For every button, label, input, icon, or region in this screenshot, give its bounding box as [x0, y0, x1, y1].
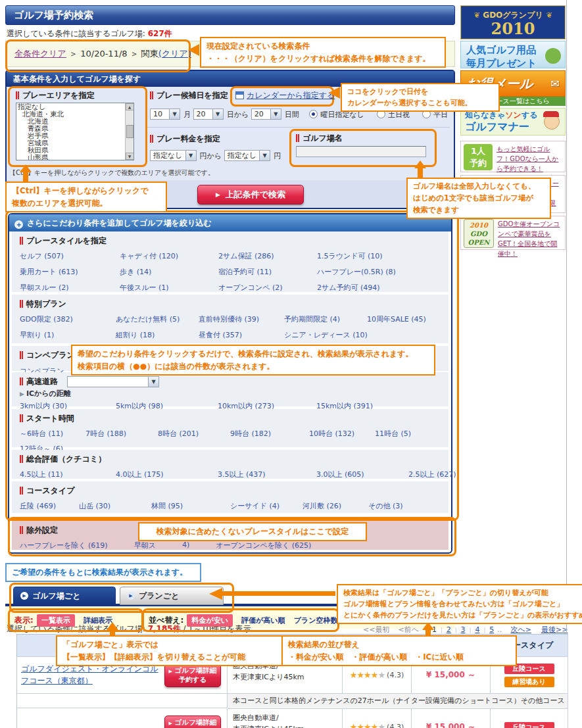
area-listbox[interactable]: 指定なし北海道・東北北海道青森県岩手県宮城県秋田県山形県 ▲ ▼ [16, 103, 134, 160]
play-icon: ▶ [169, 669, 172, 674]
condition-link[interactable]: 予約期間限定 (4) [284, 314, 367, 324]
course-type-tag: 練習場あり [504, 677, 554, 687]
calendar-link[interactable]: カレンダーから指定する [235, 90, 335, 101]
chevron-down-icon[interactable]: ▼ [270, 109, 281, 119]
condition-link[interactable]: 組割り (18) [116, 330, 199, 340]
condition-link[interactable]: 8時台 (201) [158, 429, 230, 439]
course-name-link[interactable]: ゴルフダイジェスト・オンラインゴルフコース（東京都） [21, 664, 164, 687]
condition-link[interactable]: 7時台 (188) [85, 429, 158, 439]
pagination-page-link[interactable]: 3 [451, 625, 466, 634]
banner-gdo-open[interactable]: 2010 GDO OPEN GDO主催オープンコンペで豪華賞品をGET！全国各地… [460, 216, 566, 250]
pagination-prev: <前へ [399, 625, 419, 634]
condition-link[interactable]: 昼食付 (357) [199, 330, 284, 340]
play-icon: ▶ [216, 191, 220, 198]
listbox-scrollbar[interactable]: ▲ ▼ [125, 103, 133, 160]
condition-link[interactable]: セルフ (507) [20, 251, 120, 261]
pagination-page-link[interactable]: 5 [479, 625, 494, 634]
highway-label: 高速道路 ▼ [20, 376, 441, 387]
banner-monthly-present[interactable]: 人気ゴルフ用品 毎月プレゼント [460, 41, 566, 68]
condition-link[interactable]: GDO限定 (382) [20, 314, 116, 324]
sort-rating-option[interactable]: 評価が高い順 [241, 616, 285, 625]
banner-golf-manner[interactable]: 知らなきゃソンする ゴルフマナー [460, 108, 566, 135]
condition-link[interactable]: 乗用カート (613) [20, 267, 120, 277]
tab-by-course[interactable]: ▶ゴルフ場ごと [13, 587, 116, 605]
course-type-label: コースタイプ [20, 485, 441, 497]
condition-link[interactable]: 河川敷 (26) [303, 501, 368, 511]
tab-by-plan[interactable]: ▶プランごと [120, 587, 224, 605]
fee-from-select[interactable]: 指定なし▼ [150, 150, 197, 161]
pagination-next[interactable]: 次へ> [510, 625, 531, 634]
chevron-down-icon[interactable]: ▼ [148, 377, 158, 387]
solo-link-text[interactable]: もっと気軽にゴルフ！GDOなら一人から予約できる！ [497, 144, 562, 174]
condition-link[interactable]: 直前特別優待 (39) [199, 314, 284, 324]
condition-link[interactable]: ハーフプレー(0.5R) (8) [317, 267, 441, 277]
condition-link[interactable]: 早割り (1) [20, 330, 116, 340]
condition-link[interactable]: オープンコンペを除く (625) [216, 541, 311, 550]
banner-gdo-grandprix[interactable]: ❦ GDOグランプリ ❦ 2010 [460, 5, 566, 39]
condition-link[interactable]: 林間 (95) [151, 501, 230, 511]
condition-link[interactable]: 3.0以上 (605) [316, 470, 408, 479]
condition-link[interactable]: 2サム保証 (286) [218, 251, 317, 261]
clear-all-conditions-link[interactable]: 全条件クリア [14, 49, 66, 59]
condition-link[interactable]: キャディ付 (120) [120, 251, 218, 261]
course-detail-reserve-button[interactable]: ▶ ゴルフ場詳細 予約する [164, 664, 221, 687]
pagination-page-link[interactable]: 2 [437, 625, 451, 634]
condition-link[interactable]: オープンコンペ (2) [218, 283, 317, 293]
condition-link[interactable]: 2サム予約可 (494) [317, 283, 441, 293]
condition-link[interactable]: シニア・レディース (10) [284, 330, 367, 340]
table-note-row: 本コースと同じ本格的メンテナンスの27ホール（ナイター設備完備のショートコース）… [17, 694, 568, 709]
area-option[interactable]: 山形県 [16, 154, 133, 160]
chevron-down-icon[interactable]: ▼ [169, 109, 180, 119]
display-switch: 表示: 一覧表示 詳細表示 [14, 613, 112, 627]
label-tick-icon [20, 237, 21, 245]
condition-link[interactable]: 歩き (14) [120, 267, 218, 277]
condition-link[interactable]: ハーフプレーを除く (619) [20, 541, 108, 550]
condition-link[interactable]: 2.5以上 (627) [408, 470, 456, 479]
highway-select[interactable]: ▼ [67, 376, 159, 387]
sort-price-option[interactable]: 料金が安い [187, 614, 233, 627]
scrollbar-thumb[interactable] [126, 125, 133, 138]
condition-link[interactable]: 4.0以上 (175) [116, 470, 218, 479]
condition-link[interactable]: 1.5ラウンド可 (10) [317, 251, 441, 261]
condition-link[interactable]: 3.5以上 (437) [218, 470, 316, 479]
chevron-down-icon[interactable]: ▼ [259, 151, 270, 160]
condition-link[interactable]: 丘陵 (469) [20, 501, 79, 511]
clear-region-link[interactable]: (クリア) [158, 49, 191, 59]
top-result-count-label: 選択している条件に該当するゴルフ場: [7, 29, 145, 38]
condition-link[interactable]: ～6時台 (11) [20, 429, 85, 439]
scroll-down-icon[interactable]: ▼ [126, 153, 134, 160]
condition-link[interactable]: 宿泊予約可 (11) [218, 267, 317, 277]
banner-solo-reservation[interactable]: 1人予約 もっと気軽にゴルフ！GDOなら一人から予約できる！ [460, 141, 566, 172]
day-select[interactable]: 20▼ [193, 109, 224, 120]
condition-link[interactable]: 10時台 (132) [309, 429, 375, 439]
condition-link[interactable]: 9時台 (182) [230, 429, 309, 439]
chevron-down-icon[interactable]: ▼ [185, 151, 196, 160]
course-detail-reserve-button[interactable]: ▶ ゴルフ場詳細 予約する [164, 716, 221, 728]
month-select[interactable]: 10▼ [150, 109, 180, 120]
triangle-right-icon: ▶ [20, 391, 24, 397]
condition-link[interactable]: 10周年SALE (45) [367, 314, 441, 324]
condition-link[interactable]: 11時台 (5) [375, 429, 441, 439]
condition-link[interactable]: 4) [182, 541, 189, 550]
condition-link[interactable]: あなただけ無料 (5) [116, 314, 199, 324]
condition-link[interactable]: 早朝ス [134, 541, 156, 550]
days-count-select[interactable]: 20▼ [251, 109, 281, 120]
display-list-option[interactable]: 一覧表示 [37, 614, 75, 627]
gdo-open-link-text[interactable]: GDO主催オープンコンペで豪華賞品をGET！全国各地で開催中！ [498, 219, 562, 258]
refine-panel-title[interactable]: ＋さらにこだわり条件を追加してゴルフ場を絞り込む [9, 214, 451, 231]
condition-link[interactable]: シーサイド (4) [230, 501, 303, 511]
pagination-last[interactable]: 最後>> [541, 625, 568, 634]
course-type-cell: 丘陵コース [491, 709, 568, 728]
course-name-input[interactable] [296, 146, 426, 157]
pagination-page-link[interactable]: 4 [466, 625, 480, 634]
condition-link[interactable]: 早朝スルー (2) [20, 283, 120, 293]
condition-link[interactable]: 山岳 (30) [79, 501, 151, 511]
fee-to-select[interactable]: 指定なし▼ [224, 150, 271, 161]
search-button[interactable]: ▶上記条件で検索 [197, 185, 304, 205]
chevron-down-icon[interactable]: ▼ [212, 109, 223, 119]
condition-link[interactable]: 4.5以上 (11) [20, 470, 116, 479]
annotation-line: ゴルフ場情報とプラン情報を合わせてみたい方は「ゴルフ場ごと」 [343, 598, 577, 610]
scroll-up-icon[interactable]: ▲ [126, 103, 134, 110]
condition-link[interactable]: その他 (3) [368, 501, 441, 511]
condition-link[interactable]: 午後スルー (1) [120, 283, 218, 293]
